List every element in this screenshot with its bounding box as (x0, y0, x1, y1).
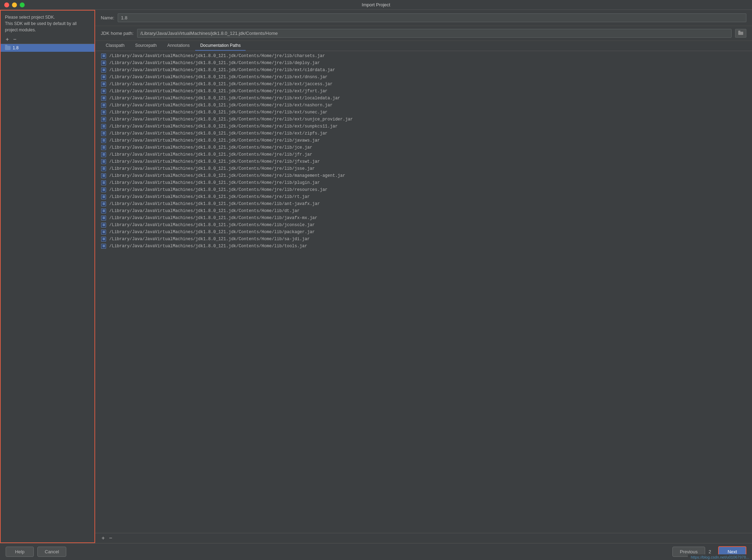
footer-left: Help Cancel (6, 547, 66, 557)
file-path: /Library/Java/JavaVirtualMachines/jdk1.8… (109, 216, 318, 220)
file-path: /Library/Java/JavaVirtualMachines/jdk1.8… (109, 223, 315, 228)
jar-icon (101, 173, 106, 179)
jar-icon (101, 194, 106, 200)
file-path: /Library/Java/JavaVirtualMachines/jdk1.8… (109, 159, 320, 164)
list-item[interactable]: /Library/Java/JavaVirtualMachines/jdk1.8… (95, 151, 752, 158)
list-item[interactable]: /Library/Java/JavaVirtualMachines/jdk1.8… (95, 102, 752, 109)
jar-icon (101, 131, 106, 136)
sdk-panel: Please select project SDK. This SDK will… (0, 10, 95, 543)
browse-button[interactable] (735, 29, 746, 38)
name-row: Name: (95, 10, 752, 26)
add-sdk-button[interactable]: + (5, 37, 10, 42)
jar-icon (101, 124, 106, 129)
jar-icon (101, 166, 106, 172)
list-item[interactable]: /Library/Java/JavaVirtualMachines/jdk1.8… (95, 81, 752, 88)
file-path: /Library/Java/JavaVirtualMachines/jdk1.8… (109, 145, 312, 150)
jar-icon (101, 102, 106, 108)
jar-icon (101, 117, 106, 122)
jar-icon (101, 53, 106, 59)
file-path: /Library/Java/JavaVirtualMachines/jdk1.8… (109, 173, 345, 178)
sdk-folder-icon (5, 46, 11, 50)
maximize-button[interactable] (20, 2, 25, 7)
file-path: /Library/Java/JavaVirtualMachines/jdk1.8… (109, 187, 327, 192)
list-item[interactable]: /Library/Java/JavaVirtualMachines/jdk1.8… (95, 137, 752, 144)
file-path: /Library/Java/JavaVirtualMachines/jdk1.8… (109, 209, 300, 213)
sdk-list: 1.8 (1, 44, 94, 542)
file-path: /Library/Java/JavaVirtualMachines/jdk1.8… (109, 131, 327, 136)
file-path: /Library/Java/JavaVirtualMachines/jdk1.8… (109, 61, 320, 66)
jar-icon (101, 60, 106, 66)
tab-annotations[interactable]: Annotations (162, 41, 195, 51)
file-path: /Library/Java/JavaVirtualMachines/jdk1.8… (109, 138, 320, 143)
list-item[interactable]: /Library/Java/JavaVirtualMachines/jdk1.8… (95, 95, 752, 102)
list-item[interactable]: /Library/Java/JavaVirtualMachines/jdk1.8… (95, 193, 752, 200)
minimize-button[interactable] (12, 2, 17, 7)
close-button[interactable] (4, 2, 9, 7)
remove-sdk-button[interactable]: − (12, 37, 17, 42)
file-list-container[interactable]: /Library/Java/JavaVirtualMachines/jdk1.8… (95, 51, 752, 533)
list-item[interactable]: /Library/Java/JavaVirtualMachines/jdk1.8… (95, 243, 752, 250)
file-path: /Library/Java/JavaVirtualMachines/jdk1.8… (109, 194, 310, 199)
file-path: /Library/Java/JavaVirtualMachines/jdk1.8… (109, 68, 335, 73)
list-item[interactable]: /Library/Java/JavaVirtualMachines/jdk1.8… (95, 179, 752, 186)
file-path: /Library/Java/JavaVirtualMachines/jdk1.8… (109, 201, 320, 206)
file-path: /Library/Java/JavaVirtualMachines/jdk1.8… (109, 230, 315, 235)
svg-rect-1 (738, 31, 740, 32)
jar-icon (101, 74, 106, 80)
remove-file-button[interactable]: − (108, 535, 113, 541)
jar-icon (101, 81, 106, 87)
sdk-header-line2: This SDK will be used by default by all … (5, 20, 90, 33)
tab-classpath[interactable]: Classpath (101, 41, 129, 51)
list-item[interactable]: /Library/Java/JavaVirtualMachines/jdk1.8… (95, 158, 752, 165)
file-path: /Library/Java/JavaVirtualMachines/jdk1.8… (109, 117, 353, 122)
sdk-header-line1: Please select project SDK. (5, 14, 90, 20)
list-item[interactable]: /Library/Java/JavaVirtualMachines/jdk1.8… (95, 229, 752, 236)
name-label: Name: (101, 15, 114, 20)
list-item[interactable]: /Library/Java/JavaVirtualMachines/jdk1.8… (95, 172, 752, 179)
list-item[interactable]: /Library/Java/JavaVirtualMachines/jdk1.8… (95, 52, 752, 60)
list-item[interactable]: /Library/Java/JavaVirtualMachines/jdk1.8… (95, 144, 752, 151)
list-item[interactable]: /Library/Java/JavaVirtualMachines/jdk1.8… (95, 165, 752, 172)
name-input[interactable] (118, 13, 746, 22)
path-label: JDK home path: (101, 31, 134, 36)
page-number: 2 (709, 549, 711, 554)
jar-icon (101, 110, 106, 115)
tabs-row: Classpath Sourcepath Annotations Documen… (95, 41, 752, 51)
sdk-item-18[interactable]: 1.8 (1, 44, 94, 52)
list-item[interactable]: /Library/Java/JavaVirtualMachines/jdk1.8… (95, 74, 752, 81)
help-button[interactable]: Help (6, 547, 34, 557)
jar-icon (101, 138, 106, 143)
sdk-item-label: 1.8 (13, 45, 19, 50)
window-title: Import Project (362, 2, 390, 7)
jar-icon (101, 201, 106, 207)
titlebar-buttons (4, 2, 25, 7)
list-item[interactable]: /Library/Java/JavaVirtualMachines/jdk1.8… (95, 130, 752, 137)
list-item[interactable]: /Library/Java/JavaVirtualMachines/jdk1.8… (95, 116, 752, 123)
list-item[interactable]: /Library/Java/JavaVirtualMachines/jdk1.8… (95, 236, 752, 243)
jar-icon (101, 88, 106, 94)
jar-icon (101, 215, 106, 221)
svg-rect-0 (738, 32, 743, 35)
list-item[interactable]: /Library/Java/JavaVirtualMachines/jdk1.8… (95, 109, 752, 116)
add-file-button[interactable]: + (101, 535, 105, 541)
list-item[interactable]: /Library/Java/JavaVirtualMachines/jdk1.8… (95, 67, 752, 74)
file-path: /Library/Java/JavaVirtualMachines/jdk1.8… (109, 82, 333, 87)
list-item[interactable]: /Library/Java/JavaVirtualMachines/jdk1.8… (95, 60, 752, 67)
jdk-path-input[interactable] (137, 29, 732, 38)
list-item[interactable]: /Library/Java/JavaVirtualMachines/jdk1.8… (95, 88, 752, 95)
file-path: /Library/Java/JavaVirtualMachines/jdk1.8… (109, 237, 310, 242)
cancel-button[interactable]: Cancel (37, 547, 66, 557)
jar-icon (101, 145, 106, 150)
tab-sourcepath[interactable]: Sourcepath (130, 41, 161, 51)
folder-browse-icon (738, 31, 743, 35)
list-item[interactable]: /Library/Java/JavaVirtualMachines/jdk1.8… (95, 222, 752, 229)
file-path: /Library/Java/JavaVirtualMachines/jdk1.8… (109, 54, 325, 58)
list-item[interactable]: /Library/Java/JavaVirtualMachines/jdk1.8… (95, 123, 752, 130)
list-item[interactable]: /Library/Java/JavaVirtualMachines/jdk1.8… (95, 186, 752, 193)
list-item[interactable]: /Library/Java/JavaVirtualMachines/jdk1.8… (95, 200, 752, 207)
list-item[interactable]: /Library/Java/JavaVirtualMachines/jdk1.8… (95, 214, 752, 222)
tab-documentation-paths[interactable]: Documentation Paths (195, 41, 246, 51)
file-list-toolbar: + − (95, 533, 752, 543)
list-item[interactable]: /Library/Java/JavaVirtualMachines/jdk1.8… (95, 207, 752, 214)
footer: Help Cancel Previous 2 Next (0, 543, 752, 560)
